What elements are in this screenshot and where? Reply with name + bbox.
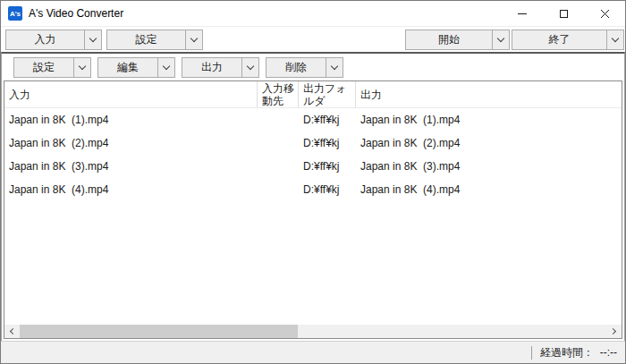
settings-button[interactable]: 設定 [106, 30, 203, 50]
cell-output: Japan in 8K (4).mp4 [356, 183, 622, 196]
output-button[interactable]: 出力 [182, 57, 259, 78]
chevron-down-icon [163, 62, 170, 69]
cell-output: Japan in 8K (1).mp4 [356, 114, 622, 126]
cell-output-folder: D:¥ff¥kj [299, 183, 356, 196]
minimize-button[interactable] [502, 1, 543, 26]
list-settings-button-label: 設定 [14, 58, 73, 77]
cell-input: Japan in 8K (2).mp4 [4, 137, 258, 149]
delete-button[interactable]: 削除 [266, 57, 343, 78]
edit-button-label: 編集 [98, 58, 157, 77]
input-button[interactable]: 入力 [5, 30, 102, 50]
chevron-right-icon [610, 328, 616, 334]
status-bar: 経過時間： --:-- [1, 341, 625, 363]
exit-button-label: 終了 [512, 30, 606, 49]
column-header-input[interactable]: 入力 [4, 81, 258, 107]
chevron-down-icon [612, 34, 619, 41]
input-button-label: 入力 [6, 30, 84, 49]
column-header-input-move-dest[interactable]: 入力移動先 [258, 81, 299, 107]
chevron-down-icon [497, 34, 504, 41]
file-list-header: 入力 入力移動先 出力フォルダ 出力 [4, 81, 622, 108]
main-toolbar: 入力 設定 開始 終了 [1, 27, 625, 52]
main-toolbar-right-group: 開始 終了 [405, 30, 624, 50]
elapsed-time-label: 経過時間： --:-- [540, 345, 617, 360]
horizontal-scrollbar[interactable] [4, 325, 622, 338]
file-list-rows: Japan in 8K (1).mp4 D:¥ff¥kj Japan in 8K… [4, 108, 622, 325]
content-panel: 設定 編集 出力 削除 入力 入 [1, 52, 625, 341]
scrollbar-track[interactable] [298, 325, 606, 338]
start-button[interactable]: 開始 [405, 30, 510, 50]
list-toolbar: 設定 編集 出力 削除 [2, 54, 624, 80]
close-button[interactable] [584, 1, 625, 26]
cell-output-folder: D:¥ff¥kj [299, 137, 356, 149]
cell-output-folder: D:¥ff¥kj [299, 114, 356, 126]
start-dropdown-button[interactable] [493, 30, 509, 49]
chevron-down-icon [247, 62, 254, 69]
exit-dropdown-button[interactable] [607, 30, 623, 49]
main-toolbar-left-group: 入力 設定 [5, 30, 203, 50]
cell-input: Japan in 8K (4).mp4 [4, 183, 258, 196]
cell-output-folder: D:¥ff¥kj [299, 160, 356, 173]
cell-input: Japan in 8K (3).mp4 [4, 160, 258, 173]
settings-button-label: 設定 [107, 30, 185, 49]
input-dropdown-button[interactable] [85, 30, 101, 49]
file-list: 入力 入力移動先 出力フォルダ 出力 Japan in 8K (1).mp4 D… [4, 80, 622, 339]
minimize-icon [518, 13, 527, 14]
table-row[interactable]: Japan in 8K (3).mp4 D:¥ff¥kj Japan in 8K… [4, 155, 622, 178]
output-button-label: 出力 [182, 58, 241, 77]
app-window: A's A's Video Converter 入力 [0, 0, 626, 364]
maximize-icon [560, 10, 568, 18]
delete-button-label: 削除 [266, 58, 326, 77]
start-button-label: 開始 [406, 30, 492, 49]
cell-output: Japan in 8K (2).mp4 [356, 137, 622, 149]
column-header-output-folder[interactable]: 出力フォルダ [299, 81, 356, 107]
cell-input: Japan in 8K (1).mp4 [4, 114, 258, 126]
output-dropdown-button[interactable] [242, 58, 258, 77]
window-controls [502, 1, 625, 26]
chevron-down-icon [89, 34, 97, 41]
settings-dropdown-button[interactable] [186, 30, 202, 49]
table-row[interactable]: Japan in 8K (2).mp4 D:¥ff¥kj Japan in 8K… [4, 131, 622, 155]
chevron-down-icon [190, 34, 198, 41]
app-icon: A's [8, 6, 22, 21]
window-title: A's Video Converter [29, 7, 123, 20]
cell-output: Japan in 8K (3).mp4 [356, 160, 622, 173]
app-icon-text: A's [10, 10, 21, 18]
chevron-left-icon [10, 328, 16, 334]
scroll-left-button[interactable] [4, 325, 20, 338]
statusbar-separator [531, 346, 532, 360]
delete-dropdown-button[interactable] [326, 58, 343, 77]
chevron-down-icon [331, 62, 338, 69]
table-row[interactable]: Japan in 8K (4).mp4 D:¥ff¥kj Japan in 8K… [4, 178, 622, 201]
exit-button[interactable]: 終了 [512, 30, 624, 50]
close-icon [600, 9, 610, 19]
chevron-down-icon [79, 62, 86, 69]
edit-button[interactable]: 編集 [97, 57, 175, 78]
list-settings-dropdown-button[interactable] [74, 58, 90, 77]
table-row[interactable]: Japan in 8K (1).mp4 D:¥ff¥kj Japan in 8K… [4, 108, 622, 131]
edit-dropdown-button[interactable] [158, 58, 174, 77]
titlebar[interactable]: A's A's Video Converter [1, 1, 625, 27]
column-header-output[interactable]: 出力 [356, 81, 622, 107]
scroll-right-button[interactable] [606, 325, 622, 338]
maximize-button[interactable] [543, 1, 584, 26]
scrollbar-thumb[interactable] [20, 325, 298, 338]
list-settings-button[interactable]: 設定 [13, 57, 91, 78]
